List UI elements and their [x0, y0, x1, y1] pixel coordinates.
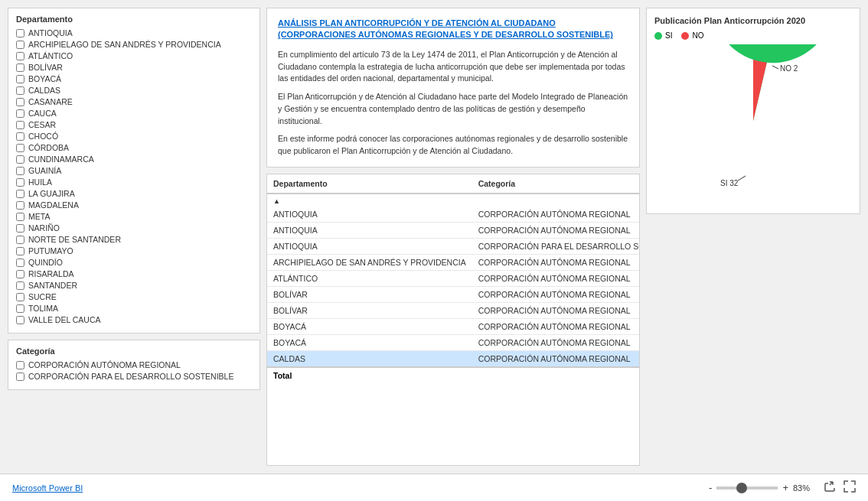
dept-checkbox[interactable] [16, 167, 24, 175]
dept-checkbox[interactable] [16, 98, 24, 106]
para-3: En este informe podrá conocer las corpor… [278, 133, 628, 158]
dept-label: QUINDÍO [28, 258, 63, 267]
dept-filter-item: RISARALDA [16, 269, 252, 278]
dept-filter-item: CHOCÓ [16, 132, 252, 141]
table-row[interactable]: ANTIOQUIACORPORACIÓN AUTÓNOMA REGIONALCO… [267, 207, 639, 223]
dept-checkbox[interactable] [16, 190, 24, 198]
zoom-minus-button[interactable]: - [709, 483, 712, 493]
legend-si-label: SI [665, 31, 672, 40]
table-row[interactable]: BOYACÁCORPORACIÓN AUTÓNOMA REGIONALCORPO… [267, 334, 639, 350]
dept-checkbox[interactable] [16, 213, 24, 221]
dept-checkbox[interactable] [16, 75, 24, 83]
cat-checkbox[interactable] [16, 361, 24, 369]
table-row[interactable]: BOLÍVARCORPORACIÓN AUTÓNOMA REGIONALCORP… [267, 286, 639, 302]
dept-filter-item: BOLÍVAR [16, 63, 252, 72]
total-row: Total [267, 367, 639, 383]
dept-checkbox[interactable] [16, 281, 24, 290]
zoom-slider[interactable] [716, 486, 778, 490]
zoom-plus-button[interactable]: + [782, 483, 788, 493]
share-button[interactable] [824, 480, 836, 495]
dept-checkbox[interactable] [16, 304, 24, 313]
dept-filter-item: CASANARE [16, 97, 252, 106]
dept-checkbox[interactable] [16, 201, 24, 210]
dept-checkbox[interactable] [16, 86, 24, 95]
table-row[interactable]: CALDASCORPORACIÓN AUTÓNOMA REGIONALCORPO… [267, 350, 639, 367]
dept-filter-item: NARIÑO [16, 223, 252, 233]
dept-checkbox[interactable] [16, 132, 24, 141]
sort-row: ▲ [267, 194, 639, 207]
dept-checkbox[interactable] [16, 121, 24, 129]
table-cell: ATLÁNTICO [267, 270, 472, 286]
pie-no-slice [753, 60, 767, 121]
table-row[interactable]: BOLÍVARCORPORACIÓN AUTÓNOMA REGIONALCORP… [267, 302, 639, 318]
legend-no: NO [681, 31, 703, 40]
dept-label: CÓRDOBA [28, 143, 69, 152]
dept-checkbox[interactable] [16, 316, 24, 324]
dept-checkbox[interactable] [16, 224, 24, 233]
table-scroll-container[interactable]: DepartamentoCategoríaEntidad ▲ ANTIOQUIA… [267, 174, 639, 465]
dept-filter-item: SUCRE [16, 292, 252, 301]
si-label-text: SI 32 [720, 179, 739, 187]
fullscreen-button[interactable] [844, 480, 856, 495]
table-cell: CORPORACIÓN AUTÓNOMA REGIONAL [472, 222, 639, 238]
dept-label: CAUCA [28, 109, 57, 118]
table-row[interactable]: ANTIOQUIACORPORACIÓN PARA EL DESARROLLO … [267, 238, 639, 254]
table-cell: CORPORACIÓN AUTÓNOMA REGIONAL [472, 318, 639, 334]
total-cat [472, 367, 639, 383]
dept-label: HUILA [28, 177, 52, 187]
dept-checkbox[interactable] [16, 270, 24, 278]
dept-label: VALLE DEL CAUCA [28, 315, 101, 324]
dept-checkbox[interactable] [16, 247, 24, 255]
dept-filter-item: TOLIMA [16, 304, 252, 313]
chart-box: Publicación Plan Anticorrupción 2020 SI … [646, 8, 860, 214]
zoom-controls: - + 83% [709, 483, 816, 493]
table-row[interactable]: ANTIOQUIACORPORACIÓN AUTÓNOMA REGIONALCO… [267, 222, 639, 238]
table-col-header[interactable]: Departamento [267, 174, 472, 194]
dept-filter-item: SANTANDER [16, 281, 252, 290]
table-row[interactable]: ATLÁNTICOCORPORACIÓN AUTÓNOMA REGIONALCO… [267, 270, 639, 286]
dept-checkbox[interactable] [16, 41, 24, 49]
table-body: ANTIOQUIACORPORACIÓN AUTÓNOMA REGIONALCO… [267, 207, 639, 367]
dept-checkbox[interactable] [16, 293, 24, 301]
dept-checkbox[interactable] [16, 63, 24, 72]
dept-filter-item: BOYACÁ [16, 74, 252, 83]
legend-no-dot [681, 32, 689, 40]
table-cell: CALDAS [267, 350, 472, 367]
cat-label: CORPORACIÓN PARA EL DESARROLLO SOSTENIBL… [28, 372, 233, 381]
legend-si-dot [654, 32, 662, 40]
powerbi-link[interactable]: Microsoft Power BI [12, 483, 83, 493]
table-cell: ANTIOQUIA [267, 238, 472, 254]
dept-checkbox[interactable] [16, 259, 24, 267]
table-cell: BOYACÁ [267, 334, 472, 350]
table-cell: ANTIOQUIA [267, 222, 472, 238]
dept-label: CESAR [28, 120, 56, 129]
dept-checkbox[interactable] [16, 29, 24, 37]
dept-label: META [28, 212, 50, 221]
dept-checkbox[interactable] [16, 52, 24, 60]
dept-checkbox[interactable] [16, 109, 24, 118]
table-col-header[interactable]: Categoría [472, 174, 639, 194]
table-row[interactable]: ARCHIPIELAGO DE SAN ANDRÉS Y PROVIDENCIA… [267, 254, 639, 270]
dept-filter-title: Departamento [16, 15, 252, 24]
right-panel: Publicación Plan Anticorrupción 2020 SI … [646, 8, 860, 466]
dept-label: TOLIMA [28, 304, 58, 313]
table-cell: CORPORACIÓN AUTÓNOMA REGIONAL [472, 207, 639, 223]
table-cell: CORPORACIÓN PARA EL DESARROLLO SOSTENIBL… [472, 238, 639, 254]
dept-filter-item: NORTE DE SANTANDER [16, 235, 252, 244]
cat-filter-list: CORPORACIÓN AUTÓNOMA REGIONALCORPORACIÓN… [16, 360, 252, 381]
dept-checkbox[interactable] [16, 178, 24, 187]
no-label-text: NO 2 [780, 64, 798, 73]
table-cell: CORPORACIÓN AUTÓNOMA REGIONAL [472, 254, 639, 270]
pie-si-slice [711, 44, 834, 121]
cat-checkbox[interactable] [16, 372, 24, 381]
dept-label: BOYACÁ [28, 74, 61, 83]
dept-label: CUNDINAMARCA [28, 155, 94, 164]
dept-filter-item: CUNDINAMARCA [16, 155, 252, 164]
table-row[interactable]: BOYACÁCORPORACIÓN AUTÓNOMA REGIONALCORPO… [267, 318, 639, 334]
dept-checkbox[interactable] [16, 144, 24, 152]
dept-checkbox[interactable] [16, 155, 24, 164]
dept-checkbox[interactable] [16, 236, 24, 244]
sort-indicator[interactable]: ▲ [273, 197, 280, 205]
dept-label: ANTIOQUIA [28, 28, 73, 37]
dept-label: CASANARE [28, 97, 73, 106]
